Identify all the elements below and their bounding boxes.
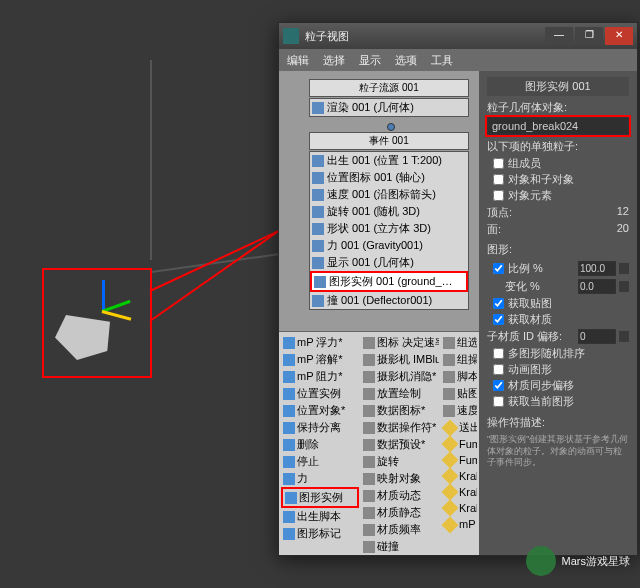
op-item[interactable]: mP 溶解* xyxy=(281,351,359,368)
op-item[interactable]: 速度 xyxy=(441,402,477,419)
particle-view-dialog: 粒子视图 — ❐ ✕ 编辑 选择 显示 选项 工具 粒子流源 001 渲染 00… xyxy=(278,22,638,556)
op-item[interactable]: 图标 决定速率 xyxy=(361,334,439,351)
depot-col-3: 组选 组操 脚本 贴图 速度 送出 Fum Fum Krak Krak Krak… xyxy=(441,334,477,553)
op-item[interactable]: 停止 xyxy=(281,453,359,470)
op-item[interactable]: 位置对象* xyxy=(281,402,359,419)
window-title: 粒子视图 xyxy=(305,29,545,44)
event-node[interactable]: 事件 001 出生 001 (位置 1 T:200) 位置图标 001 (轴心)… xyxy=(309,132,469,310)
menu-options[interactable]: 选项 xyxy=(395,53,417,68)
op-icon xyxy=(363,456,375,468)
scale-spinner[interactable] xyxy=(578,260,629,277)
minimize-button[interactable]: — xyxy=(545,27,573,45)
menu-tools[interactable]: 工具 xyxy=(431,53,453,68)
op-item[interactable]: 保持分离 xyxy=(281,419,359,436)
op-shape-instance[interactable]: 图形实例 001 (ground_… xyxy=(329,274,453,289)
birth-icon xyxy=(312,155,324,167)
op-item[interactable]: mP 碰 xyxy=(441,516,477,533)
op-deflector[interactable]: 撞 001 (Deflector001) xyxy=(327,293,432,308)
chk-group-member[interactable]: 组成员 xyxy=(493,156,629,171)
op-item[interactable]: mP 阻力* xyxy=(281,368,359,385)
chk-anim-shape[interactable]: 动画图形 xyxy=(493,362,629,377)
op-icon xyxy=(442,516,459,533)
faces-row: 面:20 xyxy=(487,221,629,238)
chk-scale[interactable]: 比例 % xyxy=(493,261,543,276)
parameters-panel: 图形实例 001 粒子几何体对象: ground_break024 以下项的单独… xyxy=(479,71,637,555)
op-item[interactable]: 摄影机 IMBlur* xyxy=(361,351,439,368)
op-item[interactable]: mP 浮力* xyxy=(281,334,359,351)
op-item[interactable]: 映射对象 xyxy=(361,470,439,487)
op-icon xyxy=(442,436,459,453)
op-item[interactable]: 位置实例 xyxy=(281,385,359,402)
op-render[interactable]: 渲染 001 (几何体) xyxy=(327,100,414,115)
op-item[interactable]: 数据预设* xyxy=(361,436,439,453)
chk-acquire-map[interactable]: 获取贴图 xyxy=(493,296,629,311)
chk-sync-offset[interactable]: 材质同步偏移 xyxy=(493,378,629,393)
op-display[interactable]: 显示 001 (几何体) xyxy=(327,255,414,270)
maximize-button[interactable]: ❐ xyxy=(575,27,603,45)
geom-object-button[interactable]: ground_break024 xyxy=(487,117,629,135)
op-item[interactable]: 放置绘制 xyxy=(361,385,439,402)
op-item[interactable]: 图形标记 xyxy=(281,525,359,542)
menu-display[interactable]: 显示 xyxy=(359,53,381,68)
op-shape[interactable]: 形状 001 (立方体 3D) xyxy=(327,221,431,236)
op-shape-instance-depot[interactable]: 图形实例 xyxy=(281,487,359,508)
op-item[interactable]: 出生脚本 xyxy=(281,508,359,525)
depot-col-1: mP 浮力* mP 溶解* mP 阻力* 位置实例 位置对象* 保持分离 删除 … xyxy=(281,334,359,553)
op-item[interactable]: 数据操作符* xyxy=(361,419,439,436)
menu-select[interactable]: 选择 xyxy=(323,53,345,68)
op-item[interactable]: 材质动态 xyxy=(361,487,439,504)
op-rotation[interactable]: 旋转 001 (随机 3D) xyxy=(327,204,420,219)
chk-obj-elements[interactable]: 对象元素 xyxy=(493,188,629,203)
op-item[interactable]: 力 xyxy=(281,470,359,487)
op-item[interactable]: 材质静态 xyxy=(361,504,439,521)
op-force[interactable]: 力 001 (Gravity001) xyxy=(327,238,423,253)
collision-icon xyxy=(312,295,324,307)
op-item[interactable]: 摄影机消隐* xyxy=(361,368,439,385)
op-item[interactable]: 脚本 xyxy=(441,368,477,385)
op-icon xyxy=(283,456,295,468)
op-icon xyxy=(363,490,375,502)
source-node[interactable]: 粒子流源 001 渲染 001 (几何体) xyxy=(309,79,469,117)
op-item[interactable]: Fum xyxy=(441,452,477,468)
close-button[interactable]: ✕ xyxy=(605,27,633,45)
op-icon xyxy=(363,371,375,383)
op-item[interactable]: 组选 xyxy=(441,334,477,351)
op-icon xyxy=(363,473,375,485)
op-icon xyxy=(363,439,375,451)
op-speed[interactable]: 速度 001 (沿图标箭头) xyxy=(327,187,436,202)
op-item[interactable]: 送出 xyxy=(441,419,477,436)
chk-acquire-mat[interactable]: 获取材质 xyxy=(493,312,629,327)
op-item[interactable]: 贴图 xyxy=(441,385,477,402)
op-item[interactable]: Krak xyxy=(441,468,477,484)
chk-acquire-current[interactable]: 获取当前图形 xyxy=(493,394,629,409)
op-birth[interactable]: 出生 001 (位置 1 T:200) xyxy=(327,153,442,168)
op-icon xyxy=(363,405,375,417)
op-item[interactable]: 材质频率 xyxy=(361,521,439,538)
node-title[interactable]: 事件 001 xyxy=(309,132,469,150)
op-position[interactable]: 位置图标 001 (轴心) xyxy=(327,170,425,185)
schematic-canvas[interactable]: 粒子流源 001 渲染 001 (几何体) 事件 001 出生 001 (位置 … xyxy=(279,71,479,331)
speed-icon xyxy=(312,189,324,201)
op-item[interactable]: 旋转 xyxy=(361,453,439,470)
op-item[interactable]: 组操 xyxy=(441,351,477,368)
op-item[interactable]: Fum xyxy=(441,436,477,452)
op-item[interactable]: 删除 xyxy=(281,436,359,453)
submat-spinner[interactable] xyxy=(578,329,629,344)
chk-multi-random[interactable]: 多图形随机排序 xyxy=(493,346,629,361)
menu-edit[interactable]: 编辑 xyxy=(287,53,309,68)
submat-label: 子材质 ID 偏移: xyxy=(487,329,562,344)
op-icon xyxy=(283,371,295,383)
op-item[interactable]: 数据图标* xyxy=(361,402,439,419)
app-icon xyxy=(283,28,299,44)
op-icon xyxy=(283,528,295,540)
op-item[interactable]: 碰撞 xyxy=(361,538,439,553)
op-item[interactable]: Krak xyxy=(441,500,477,516)
op-item[interactable]: Krak xyxy=(441,484,477,500)
titlebar[interactable]: 粒子视图 — ❐ ✕ xyxy=(279,23,637,49)
chk-obj-children[interactable]: 对象和子对象 xyxy=(493,172,629,187)
rollout-title[interactable]: 图形实例 001 xyxy=(487,77,629,96)
op-icon xyxy=(443,354,455,366)
variation-spinner[interactable] xyxy=(578,279,629,294)
node-title[interactable]: 粒子流源 001 xyxy=(309,79,469,97)
link-dot[interactable] xyxy=(387,123,395,131)
